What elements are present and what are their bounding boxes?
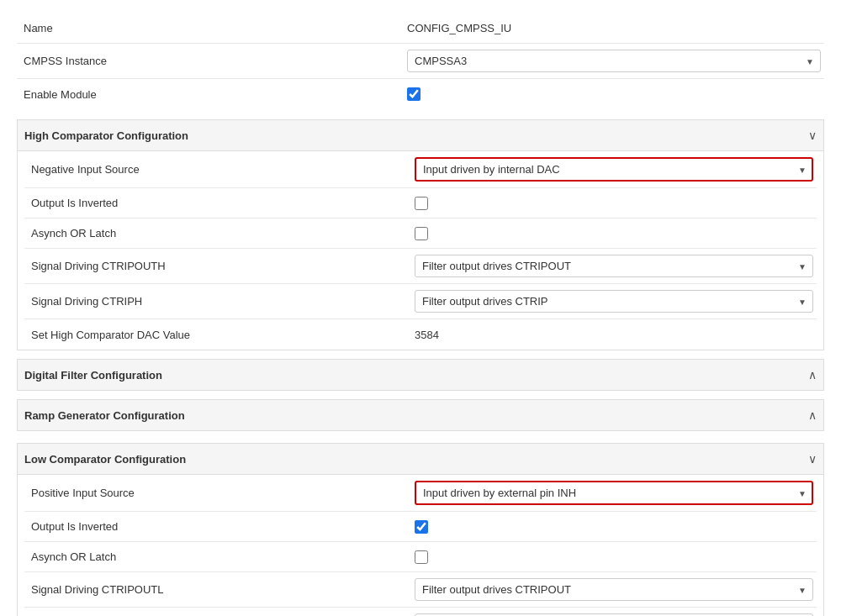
signal-ctripoutl-select[interactable]: Filter output drives CTRIPOUT Comparator… (415, 578, 813, 601)
cmpss-instance-value-container: CMPSSA3 (407, 50, 821, 72)
signal-ctriph-label: Signal Driving CTRIPH (28, 295, 415, 308)
low-output-inverted-checkbox[interactable] (415, 520, 428, 534)
high-dac-row: Set High Comparator DAC Value 3584 (24, 319, 817, 350)
neg-input-source-row: Negative Input Source Input driven by in… (24, 151, 817, 188)
high-output-inverted-row: Output Is Inverted (24, 188, 817, 218)
pos-input-source-select-wrapper: Input driven by internal DAC Input drive… (415, 481, 813, 505)
neg-input-source-select-wrapper: Input driven by internal DAC Input drive… (415, 157, 813, 182)
signal-ctripoutl-select-wrapper: Filter output drives CTRIPOUT Comparator… (415, 578, 813, 601)
signal-ctripouth-select[interactable]: Filter output drives CTRIPOUT Comparator… (415, 255, 813, 277)
low-output-inverted-row: Output Is Inverted (24, 512, 817, 542)
enable-module-checkbox[interactable] (407, 87, 420, 101)
low-comparator-body: Positive Input Source Input driven by in… (17, 475, 824, 616)
low-comparator-chevron: ∨ (808, 452, 817, 466)
signal-ctripoutl-row: Signal Driving CTRIPOUTL Filter output d… (24, 572, 817, 608)
ramp-generator-header[interactable]: Ramp Generator Configuration ∧ (17, 399, 824, 431)
low-output-inverted-label: Output Is Inverted (28, 520, 415, 533)
signal-ctripouth-label: Signal Driving CTRIPOUTH (28, 260, 415, 272)
main-container: Name CONFIG_CMPSS_IU CMPSS Instance CMPS… (0, 0, 841, 616)
high-asynch-label: Asynch OR Latch (28, 227, 415, 240)
cmpss-instance-select[interactable]: CMPSSA3 (407, 50, 821, 72)
low-comparator-header[interactable]: Low Comparator Configuration ∨ (17, 443, 824, 475)
high-asynch-row: Asynch OR Latch (24, 218, 817, 249)
name-value-container: CONFIG_CMPSS_IU (407, 22, 821, 34)
signal-ctriph-select[interactable]: Filter output drives CTRIP Comparator ou… (415, 290, 813, 313)
high-asynch-container (415, 227, 813, 240)
high-output-inverted-checkbox[interactable] (415, 197, 428, 210)
high-output-inverted-label: Output Is Inverted (28, 197, 415, 209)
enable-module-row: Enable Module (17, 79, 824, 109)
ramp-generator-chevron: ∧ (808, 408, 817, 422)
low-asynch-row: Asynch OR Latch (24, 542, 817, 572)
digital-filter-title: Digital Filter Configuration (24, 369, 162, 382)
signal-ctripoutl-label: Signal Driving CTRIPOUTL (28, 583, 415, 596)
signal-ctriph-row: Signal Driving CTRIPH Filter output driv… (24, 284, 817, 319)
name-value: CONFIG_CMPSS_IU (407, 22, 511, 34)
low-asynch-label: Asynch OR Latch (28, 550, 415, 563)
enable-module-value-container (407, 87, 821, 101)
pos-input-source-select[interactable]: Input driven by internal DAC Input drive… (415, 481, 813, 505)
signal-ctriph-container: Filter output drives CTRIP Comparator ou… (415, 290, 813, 313)
signal-ctripoutl-container: Filter output drives CTRIPOUT Comparator… (415, 578, 813, 601)
pos-input-source-row: Positive Input Source Input driven by in… (24, 475, 817, 512)
digital-filter-chevron: ∧ (808, 368, 817, 382)
high-output-inverted-container (415, 197, 813, 210)
signal-ctripouth-container: Filter output drives CTRIPOUT Comparator… (415, 255, 813, 277)
low-asynch-checkbox[interactable] (415, 550, 428, 564)
high-comparator-body: Negative Input Source Input driven by in… (17, 151, 824, 350)
high-dac-value: 3584 (415, 329, 439, 341)
neg-input-source-select[interactable]: Input driven by internal DAC Input drive… (415, 157, 813, 182)
name-label: Name (20, 22, 407, 34)
digital-filter-header[interactable]: Digital Filter Configuration ∧ (17, 359, 824, 391)
high-comparator-title: High Comparator Configuration (24, 129, 188, 142)
pos-input-source-value-container: Input driven by internal DAC Input drive… (415, 481, 813, 505)
signal-ctripouth-select-wrapper: Filter output drives CTRIPOUT Comparator… (415, 255, 813, 277)
pos-input-source-label: Positive Input Source (28, 487, 415, 499)
low-asynch-container (415, 550, 813, 564)
cmpss-instance-row: CMPSS Instance CMPSSA3 (17, 44, 824, 79)
cmpss-instance-select-wrapper: CMPSSA3 (407, 50, 821, 72)
signal-ctripl-row: Signal Driving CTRIPL Filter output driv… (24, 608, 817, 616)
ramp-generator-title: Ramp Generator Configuration (24, 409, 185, 422)
name-row: Name CONFIG_CMPSS_IU (17, 13, 824, 44)
neg-input-source-value-container: Input driven by internal DAC Input drive… (415, 157, 813, 182)
high-asynch-checkbox[interactable] (415, 227, 428, 240)
signal-ctripouth-row: Signal Driving CTRIPOUTH Filter output d… (24, 249, 817, 284)
high-dac-value-container: 3584 (415, 329, 813, 341)
top-section: Name CONFIG_CMPSS_IU CMPSS Instance CMPS… (17, 13, 824, 109)
high-dac-label: Set High Comparator DAC Value (28, 329, 415, 341)
high-comparator-chevron: ∨ (808, 129, 817, 142)
neg-input-source-label: Negative Input Source (28, 163, 415, 176)
enable-module-label: Enable Module (20, 88, 407, 101)
cmpss-instance-label: CMPSS Instance (20, 55, 407, 67)
low-comparator-title: Low Comparator Configuration (24, 453, 186, 466)
high-comparator-header[interactable]: High Comparator Configuration ∨ (17, 119, 824, 151)
low-output-inverted-container (415, 520, 813, 534)
signal-ctriph-select-wrapper: Filter output drives CTRIP Comparator ou… (415, 290, 813, 313)
